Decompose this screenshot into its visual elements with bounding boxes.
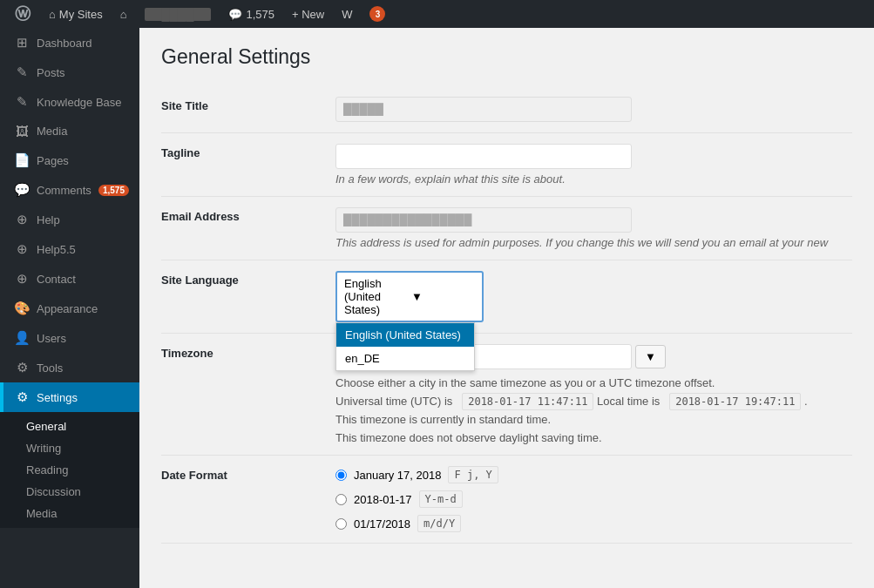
sidebar-item-label: Contact: [37, 273, 129, 286]
sidebar-item-knowledge-base[interactable]: ✎ Knowledge Base: [0, 87, 139, 117]
sidebar-item-pages[interactable]: 📄 Pages: [0, 145, 139, 175]
site-title-row: Site Title: [161, 86, 852, 133]
submenu-item-general[interactable]: General: [0, 416, 139, 437]
date-format-radio-1[interactable]: [335, 470, 347, 481]
wp-logo-button[interactable]: ⓦ: [7, 0, 38, 28]
w3tc-icon: W: [342, 8, 352, 21]
site-title-label: Site Title: [161, 86, 335, 132]
tagline-label: Tagline: [161, 133, 335, 196]
sidebar-item-contact[interactable]: ⊕ Contact: [0, 264, 139, 294]
date-format-option-3[interactable]: 01/17/2018 m/d/Y: [335, 515, 852, 532]
language-selected-value: English (United States): [344, 277, 408, 316]
language-option-english[interactable]: English (United States): [336, 323, 474, 347]
local-value: 2018-01-17 19:47:11: [669, 393, 801, 410]
date-format-display-3: 01/17/2018: [354, 517, 410, 531]
submenu-item-writing[interactable]: Writing: [0, 437, 139, 459]
email-address-label: Email Address: [161, 197, 335, 260]
settings-submenu: General Writing Reading Discussion Media: [0, 412, 139, 528]
language-dropdown-trigger[interactable]: English (United States) ▼: [335, 271, 484, 322]
wp-icon: ⓦ: [14, 5, 31, 23]
home-button[interactable]: ⌂: [113, 0, 134, 28]
site-language-row: Site Language English (United States) ▼ …: [161, 260, 852, 334]
sidebar-item-dashboard[interactable]: ⊞ Dashboard: [0, 28, 139, 57]
tagline-field: Best Free Driver Updater Software 2016 I…: [335, 133, 852, 196]
dashboard-icon: ⊞: [14, 35, 30, 51]
main-content: General Settings Site Title Tagline Best…: [139, 28, 874, 588]
my-sites-button[interactable]: ⌂ My Sites: [42, 0, 110, 28]
comments-count: 1,575: [246, 8, 274, 21]
sidebar-item-label: Posts: [37, 66, 129, 79]
sidebar-item-tools[interactable]: ⚙ Tools: [0, 353, 139, 382]
date-format-radio-2[interactable]: [335, 494, 347, 505]
sidebar-item-users[interactable]: 👤 Users: [0, 323, 139, 353]
timezone-note1: This timezone is currently in standard t…: [335, 413, 852, 426]
home-icon: ⌂: [120, 8, 127, 21]
sidebar-item-help55[interactable]: ⊕ Help5.5: [0, 234, 139, 264]
contact-icon: ⊕: [14, 271, 30, 287]
updates-badge: 3: [369, 6, 385, 22]
sidebar-item-label: Help: [37, 213, 129, 226]
date-format-code-1: F j, Y: [448, 466, 498, 483]
tools-icon: ⚙: [14, 360, 30, 375]
help55-icon: ⊕: [14, 241, 30, 257]
sidebar-item-media[interactable]: 🖼 Media: [0, 117, 139, 145]
date-format-radio-3[interactable]: [335, 518, 347, 530]
timezone-dropdown-btn[interactable]: ▼: [635, 345, 666, 368]
date-format-display-1: January 17, 2018: [354, 469, 441, 482]
submenu-item-discussion[interactable]: Discussion: [0, 481, 139, 503]
new-label: + New: [292, 8, 324, 21]
submenu-item-media[interactable]: Media: [0, 503, 139, 524]
users-icon: 👤: [14, 330, 30, 346]
admin-bar: ⓦ ⌂ My Sites ⌂ ████ 💬 1,575 + New W 3: [0, 0, 874, 28]
comments-nav-icon: 💬: [14, 182, 30, 198]
local-label: Local time is: [597, 395, 660, 408]
site-language-label: Site Language: [161, 260, 335, 333]
sidebar: ⊞ Dashboard ✎ Posts ✎ Knowledge Base 🖼 M…: [0, 28, 139, 588]
posts-icon: ✎: [14, 64, 30, 80]
date-format-display-2: 2018-01-17: [354, 493, 412, 506]
email-address-row: Email Address This address is used for a…: [161, 197, 852, 260]
email-address-hint: This address is used for admin purposes.…: [335, 236, 852, 249]
pages-icon: 📄: [14, 152, 30, 168]
language-option-en-de[interactable]: en_DE: [336, 347, 474, 370]
sidebar-item-appearance[interactable]: 🎨 Appearance: [0, 294, 139, 323]
tagline-hint: In a few words, explain what this site i…: [335, 172, 852, 186]
submenu-item-reading[interactable]: Reading: [0, 459, 139, 481]
date-format-option-1[interactable]: January 17, 2018 F j, Y: [335, 466, 852, 483]
comments-button[interactable]: 💬 1,575: [221, 0, 281, 28]
date-format-options: January 17, 2018 F j, Y 2018-01-17 Y-m-d…: [335, 466, 852, 532]
timezone-utc-info: Universal time (UTC) is 2018-01-17 11:47…: [335, 395, 852, 408]
date-format-option-2[interactable]: 2018-01-17 Y-m-d: [335, 490, 852, 508]
sidebar-item-label: Users: [37, 332, 129, 345]
help-icon: ⊕: [14, 212, 30, 227]
dropdown-arrow-icon: ▼: [411, 290, 475, 303]
site-title-field: [335, 86, 852, 132]
tagline-row: Tagline Best Free Driver Updater Softwar…: [161, 133, 852, 197]
language-dropdown-menu: English (United States) en_DE: [335, 322, 475, 371]
utc-label: Universal time (UTC) is: [335, 395, 452, 408]
timezone-row: Timezone ▼ Choose either a city in the s…: [161, 334, 852, 456]
site-name-button[interactable]: ████: [138, 0, 219, 28]
sidebar-item-posts[interactable]: ✎ Posts: [0, 57, 139, 87]
new-button[interactable]: + New: [285, 0, 331, 28]
site-name-label: ████: [145, 8, 212, 21]
comments-nav-badge: 1,575: [98, 185, 129, 196]
site-language-field: English (United States) ▼ English (Unite…: [335, 260, 852, 333]
tagline-input[interactable]: Best Free Driver Updater Software 2016: [335, 144, 632, 169]
w3tc-button[interactable]: W: [335, 0, 359, 28]
sidebar-item-settings[interactable]: ⚙ Settings: [0, 382, 139, 412]
email-address-input[interactable]: [335, 207, 632, 233]
updates-button[interactable]: 3: [362, 0, 392, 28]
settings-icon: ⚙: [14, 389, 30, 405]
sidebar-item-label: Appearance: [37, 302, 129, 315]
language-dropdown[interactable]: English (United States) ▼ English (Unite…: [335, 271, 484, 322]
site-title-input[interactable]: [335, 97, 632, 122]
sidebar-item-comments[interactable]: 💬 Comments 1,575: [0, 175, 139, 205]
sidebar-item-label: Settings: [37, 391, 129, 404]
date-format-label: Date Format: [161, 456, 335, 543]
sidebar-item-help[interactable]: ⊕ Help: [0, 205, 139, 234]
sidebar-item-label: Tools: [37, 362, 129, 375]
sidebar-item-label: Dashboard: [37, 37, 129, 50]
comments-icon: 💬: [228, 8, 242, 21]
media-icon: 🖼: [14, 124, 30, 139]
